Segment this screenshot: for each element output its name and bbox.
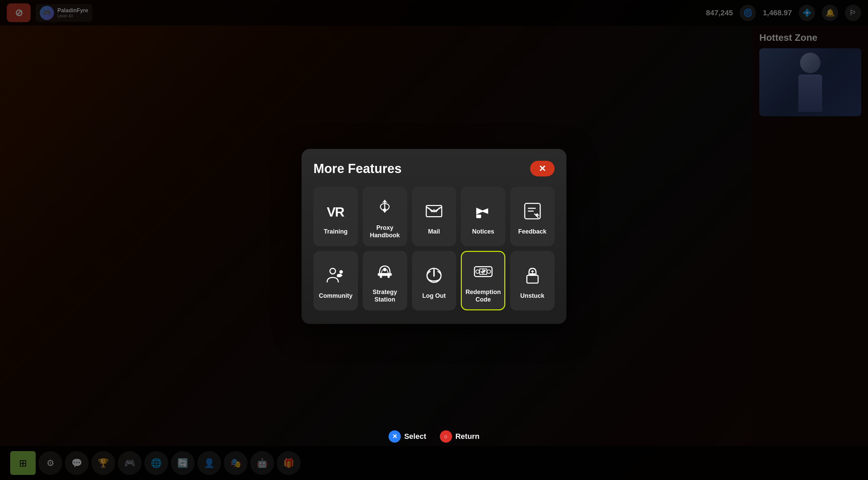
proxy-handbook-icon: [373, 195, 397, 220]
community-icon: [323, 263, 348, 288]
feedback-label: Feedback: [518, 228, 546, 236]
proxy-handbook-label: Proxy Handbook: [367, 224, 403, 239]
feature-proxy-handbook[interactable]: Proxy Handbook: [363, 187, 407, 246]
svg-rect-2: [426, 205, 441, 217]
svg-point-7: [340, 270, 343, 273]
x-button-icon: ✕: [388, 430, 401, 443]
close-button[interactable]: ✕: [530, 161, 555, 176]
svg-rect-10: [387, 273, 390, 278]
feature-unstuck[interactable]: Unstuck: [510, 251, 555, 310]
log-out-label: Log Out: [422, 292, 446, 300]
feature-log-out[interactable]: Log Out: [412, 251, 456, 310]
svg-rect-8: [378, 273, 392, 276]
select-label: Select: [404, 432, 426, 441]
svg-point-14: [476, 270, 479, 273]
return-label: Return: [455, 432, 480, 441]
feature-training[interactable]: VR Training: [313, 187, 358, 246]
svg-rect-3: [476, 215, 481, 218]
mail-icon: [422, 199, 446, 223]
modal-title: More Features: [313, 161, 402, 176]
svg-text:✦: ✦: [482, 268, 486, 275]
svg-text:VR: VR: [327, 204, 345, 219]
hint-select: ✕ Select: [388, 430, 426, 443]
features-grid: VR Training Proxy Handbook: [313, 187, 555, 310]
feedback-icon: [520, 199, 545, 223]
mail-label: Mail: [428, 228, 440, 236]
training-label: Training: [324, 228, 347, 236]
more-features-modal: More Features ✕ VR Training: [302, 149, 566, 324]
o-button-icon: ○: [440, 430, 452, 443]
log-out-icon: [422, 263, 446, 288]
strategy-station-icon: [373, 259, 397, 284]
svg-point-15: [487, 270, 490, 273]
svg-rect-17: [527, 275, 538, 283]
feature-community[interactable]: Community: [313, 251, 358, 310]
unstuck-icon: [520, 263, 545, 288]
svg-rect-9: [380, 273, 382, 278]
redemption-code-icon: ✦: [471, 259, 495, 284]
notices-icon: [471, 199, 495, 223]
training-icon: VR: [323, 199, 348, 223]
feature-mail[interactable]: Mail: [412, 187, 456, 246]
strategy-station-label: Strategy Station: [367, 289, 403, 303]
modal-header: More Features ✕: [313, 161, 555, 176]
hint-return: ○ Return: [440, 430, 480, 443]
notices-label: Notices: [472, 228, 494, 236]
community-label: Community: [319, 292, 352, 300]
redemption-code-label: Redemption Code: [465, 289, 501, 303]
controller-hints: ✕ Select ○ Return: [388, 430, 480, 443]
svg-point-6: [330, 268, 336, 274]
close-icon: ✕: [539, 164, 546, 174]
feature-notices[interactable]: Notices: [461, 187, 505, 246]
feature-redemption-code[interactable]: ✦ Redemption Code: [461, 251, 505, 310]
svg-point-11: [383, 268, 386, 271]
feature-strategy-station[interactable]: Strategy Station: [363, 251, 407, 310]
svg-point-1: [383, 208, 386, 212]
unstuck-label: Unstuck: [520, 292, 544, 300]
feature-feedback[interactable]: Feedback: [510, 187, 555, 246]
